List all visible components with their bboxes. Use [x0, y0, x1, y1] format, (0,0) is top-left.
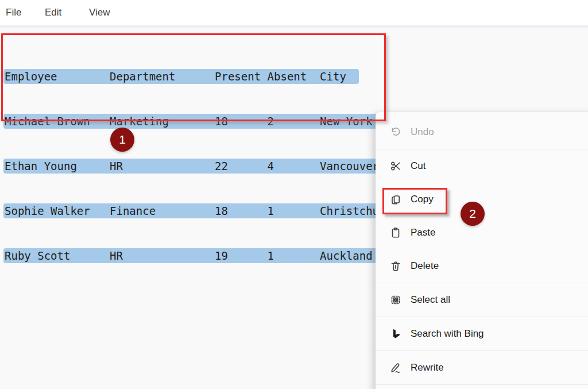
bing-icon [389, 328, 402, 340]
annotation-box-selection [1, 33, 386, 121]
menubar-item-edit[interactable]: Edit [45, 0, 61, 25]
notepad-window: File Edit View Employee Department Prese… [0, 0, 588, 389]
rewrite-icon [389, 361, 402, 374]
annotation-badge-1: 1 [110, 128, 134, 152]
select-all-icon [389, 294, 402, 306]
cut-icon [389, 160, 402, 172]
menubar-item-view[interactable]: View [89, 0, 110, 25]
annotation-badge-2: 2 [461, 202, 485, 226]
text-line: Sophie Walker Finance 18 1 Christchurch [3, 203, 411, 218]
menu-bar: File Edit View [0, 0, 588, 25]
menu-item-search-with-bing[interactable]: Search with Bing [376, 317, 588, 351]
menu-item-label: Delete [411, 260, 439, 272]
menu-item-label: Undo [411, 126, 434, 138]
menu-item-label: Cut [411, 160, 425, 172]
menubar-item-file[interactable]: File [6, 0, 21, 25]
text-line: Ethan Young HR 22 4 Vancouver [3, 159, 411, 174]
menu-item-label: Search with Bing [411, 328, 484, 340]
menu-item-label: Paste [411, 227, 435, 238]
menu-item-select-all[interactable]: Select all [376, 283, 588, 317]
selected-text: Ruby Scott HR 19 1 Auckland [3, 248, 385, 263]
menu-item-rewrite[interactable]: Rewrite [376, 351, 588, 384]
menu-separator [376, 384, 588, 385]
menu-item-cut[interactable]: Cut [376, 149, 588, 183]
selected-text: Sophie Walker Finance 18 1 Christchurch [3, 203, 411, 218]
undo-icon [389, 126, 402, 138]
annotation-box-copy [382, 188, 447, 214]
delete-icon [389, 260, 402, 272]
menubar-divider [0, 25, 588, 28]
context-menu: Undo Cut Copy [376, 112, 588, 389]
menu-item-label: Rewrite [411, 362, 444, 373]
selected-text: Ethan Young HR 22 4 Vancouver [3, 159, 392, 174]
menu-item-undo[interactable]: Undo [376, 115, 588, 149]
paste-icon [389, 226, 402, 239]
text-line: Ruby Scott HR 19 1 Auckland [3, 248, 411, 263]
menu-item-label: Select all [411, 294, 450, 306]
menu-item-delete[interactable]: Delete [376, 249, 588, 283]
